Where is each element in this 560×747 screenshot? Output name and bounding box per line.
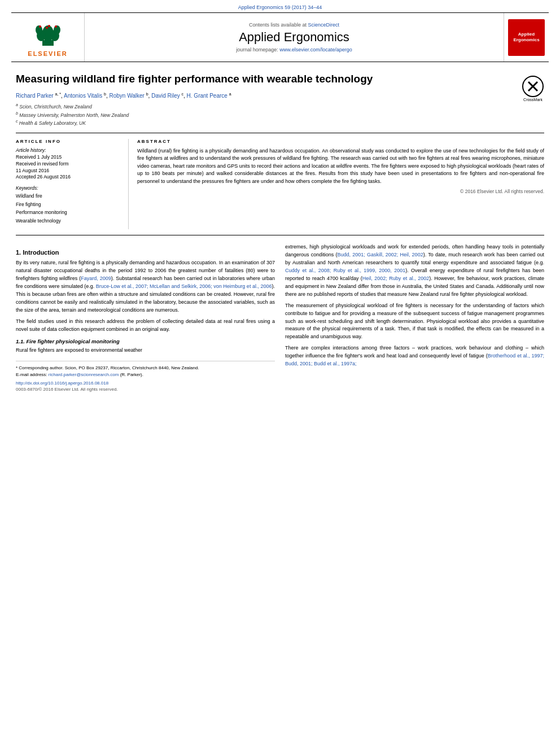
svg-point-7 xyxy=(46,27,48,29)
issn-line: 0003-6870/© 2016 Elsevier Ltd. All right… xyxy=(16,387,275,392)
abstract-label: ABSTRACT xyxy=(137,139,544,144)
affil-b2: b xyxy=(146,92,148,96)
svg-point-5 xyxy=(36,25,42,34)
svg-point-9 xyxy=(39,25,41,28)
body-section: 1. Introduction By its very nature, rura… xyxy=(16,243,544,392)
crossmark-container: CrossMark xyxy=(522,72,544,102)
copyright-line: © 2016 Elsevier Ltd. All rights reserved… xyxy=(137,189,544,194)
footnote-corresponding: * Corresponding author. Scion, PO Box 29… xyxy=(16,365,275,372)
section1-1-para3: There are complex interactions among thr… xyxy=(285,344,544,368)
footnote-section: * Corresponding author. Scion, PO Box 29… xyxy=(16,361,275,378)
doi-line: http://dx.doi.org/10.1016/j.apergo.2016.… xyxy=(16,381,275,386)
affil-c: c xyxy=(182,92,184,96)
page-wrapper: Applied Ergonomics 59 (2017) 34–44 xyxy=(0,0,560,747)
affiliations: a Scion, Christchurch, New Zealand b Mas… xyxy=(16,102,513,127)
received-date: Received 1 July 2015 xyxy=(16,154,120,161)
ref-bruce-low[interactable]: Bruce-Low et al., 2007; McLellan and Sel… xyxy=(96,283,272,289)
footnote-email-line: E-mail address: richard.parker@scionrese… xyxy=(16,372,275,378)
affil-b1: b xyxy=(104,92,106,96)
journal-title: Applied Ergonomics xyxy=(239,30,349,45)
email-name: (R. Parker). xyxy=(120,372,143,377)
revised-date: 11 August 2016 xyxy=(16,168,120,174)
journal-ref-text: Applied Ergonomics 59 (2017) 34–44 xyxy=(238,5,322,10)
sciencedirect-link[interactable]: ScienceDirect xyxy=(308,22,340,28)
section1-para1: By its very nature, rural fire fighting … xyxy=(16,259,275,314)
author-grant-pearce[interactable]: H. Grant Pearce xyxy=(187,93,228,99)
keywords-group: Keywords: Wildland fire Fire fighting Pe… xyxy=(16,185,120,225)
badge-line1: Applied xyxy=(518,32,535,37)
affil-a: a, * xyxy=(55,92,61,96)
section1-para2: The field studies used in this research … xyxy=(16,318,275,334)
author-antonios-vitalis[interactable]: Antonios Vitalis xyxy=(64,93,102,99)
author-david-riley[interactable]: David Riley xyxy=(151,93,180,99)
authors-line: Richard Parker a, *, Antonios Vitalis b,… xyxy=(16,92,513,99)
journal-header: ELSEVIER Contents lists available at Sci… xyxy=(11,12,549,62)
keyword-3: Performance monitoring xyxy=(16,208,120,216)
contents-line: Contents lists available at ScienceDirec… xyxy=(249,22,339,28)
article-history-title: Article history: xyxy=(16,147,120,153)
affil-line-a: a Scion, Christchurch, New Zealand xyxy=(16,102,513,111)
keywords-list: Wildland fire Fire fighting Performance … xyxy=(16,192,120,225)
ref-brotherhood[interactable]: Brotherhood et al., 1997; Budd, 2001; Bu… xyxy=(285,353,544,366)
section1-1-para1-right: extremes, high physiological workloads a… xyxy=(285,243,544,299)
author-robyn-walker[interactable]: Robyn Walker xyxy=(109,93,144,99)
badge-line2: Ergonomics xyxy=(513,37,539,43)
ref-fayard[interactable]: Fayard, 2009 xyxy=(81,276,111,281)
abstract-text: Wildland (rural) fire fighting is a phys… xyxy=(137,147,544,186)
ref-budd-2001[interactable]: Budd, 2001; Gaskill, 2002; Heil, 2002 xyxy=(337,252,423,257)
article-title-text: Measuring wildland fire fighter performa… xyxy=(16,72,513,127)
elsevier-brand-text: ELSEVIER xyxy=(28,50,67,57)
journal-badge-container: Applied Ergonomics xyxy=(504,13,549,62)
top-reference: Applied Ergonomics 59 (2017) 34–44 xyxy=(0,0,560,12)
svg-point-6 xyxy=(54,25,60,34)
body-right-column: extremes, high physiological workloads a… xyxy=(285,243,544,392)
elsevier-tree-icon xyxy=(25,18,71,49)
header-center: Contents lists available at ScienceDirec… xyxy=(85,13,504,62)
article-history-group: Article history: Received 1 July 2015 Re… xyxy=(16,147,120,181)
homepage-text: journal homepage: xyxy=(236,47,278,53)
contents-text: Contents lists available at xyxy=(249,22,307,28)
crossmark-icon xyxy=(522,75,544,98)
doi-link[interactable]: http://dx.doi.org/10.1016/j.apergo.2016.… xyxy=(16,381,108,386)
applied-ergonomics-badge: Applied Ergonomics xyxy=(508,19,545,56)
homepage-url[interactable]: www.elsevier.com/locate/apergo xyxy=(279,47,352,53)
section1-1-para1-left: Rural fire fighters are exposed to envir… xyxy=(16,347,275,355)
email-label: E-mail address: xyxy=(16,372,47,377)
keyword-4: Wearable technology xyxy=(16,217,120,225)
affil-line-c: c Health & Safety Laboratory, UK xyxy=(16,119,513,127)
revised-label: Received in revised form xyxy=(16,161,120,168)
main-content: Measuring wildland fire fighter performa… xyxy=(0,62,560,402)
body-left-column: 1. Introduction By its very nature, rura… xyxy=(16,243,275,392)
author-richard-parker[interactable]: Richard Parker xyxy=(16,93,54,99)
abstract-column: ABSTRACT Wildland (rural) fire fighting … xyxy=(129,139,544,229)
homepage-line: journal homepage: www.elsevier.com/locat… xyxy=(236,47,352,53)
accepted-date: Accepted 26 August 2016 xyxy=(16,174,120,181)
ref-heil-ruby[interactable]: Heil, 2002; Ruby et al., 2002 xyxy=(362,276,429,281)
crossmark-label: CrossMark xyxy=(523,98,542,102)
elsevier-logo-container: ELSEVIER xyxy=(11,13,85,62)
keyword-2: Fire fighting xyxy=(16,200,120,208)
section1-1-heading: 1.1. Fire fighter physiological monitori… xyxy=(16,338,275,344)
svg-point-10 xyxy=(55,25,57,28)
elsevier-logo: ELSEVIER xyxy=(25,18,71,57)
affil-line-b: b Massey University, Palmerston North, N… xyxy=(16,111,513,119)
keywords-label: Keywords: xyxy=(16,185,120,191)
section1-1-para2: The measurement of physiological workloa… xyxy=(285,302,544,342)
svg-point-8 xyxy=(48,25,50,27)
info-section: ARTICLE INFO Article history: Received 1… xyxy=(16,139,544,235)
article-title: Measuring wildland fire fighter performa… xyxy=(16,72,513,86)
email-link[interactable]: richard.parker@scionresearch.com xyxy=(49,372,119,377)
ref-cuddy[interactable]: Cuddy et al., 2008; Ruby et al., 1999, 2… xyxy=(285,268,405,273)
article-info-label: ARTICLE INFO xyxy=(16,139,120,144)
article-info-column: ARTICLE INFO Article history: Received 1… xyxy=(16,139,129,229)
section1-heading: 1. Introduction xyxy=(16,249,275,256)
article-title-section: Measuring wildland fire fighter performa… xyxy=(16,72,544,133)
footnotes-container: * Corresponding author. Scion, PO Box 29… xyxy=(16,361,275,392)
keyword-1: Wildland fire xyxy=(16,192,120,200)
affil-a2: a xyxy=(229,92,231,96)
